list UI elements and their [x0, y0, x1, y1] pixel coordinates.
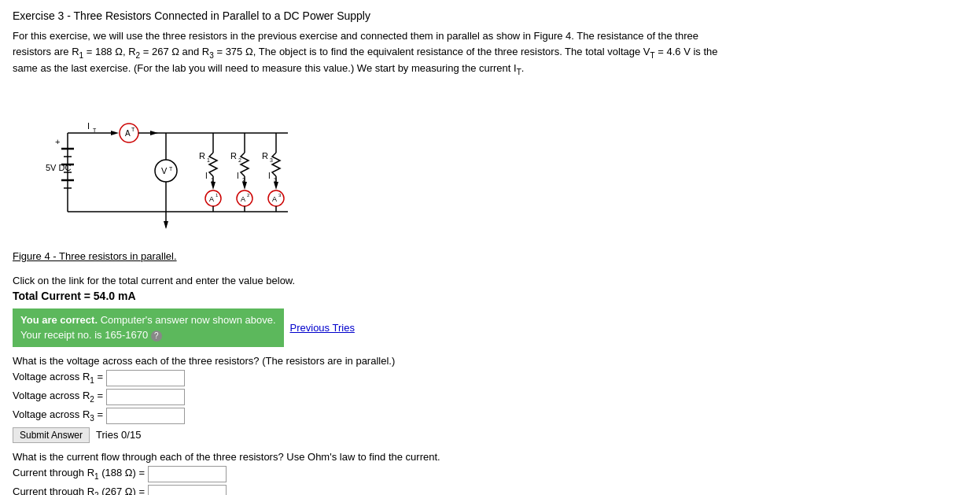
figure-caption: Figure 4 - Three resistors in parallel.: [13, 250, 967, 262]
svg-marker-10: [111, 131, 119, 135]
svg-text:5V DC: 5V DC: [46, 163, 71, 172]
correct-box: You are correct. Computer's answer now s…: [13, 308, 284, 347]
svg-text:I: I: [205, 172, 208, 180]
v-r3-input[interactable]: [106, 408, 185, 424]
svg-text:1: 1: [207, 157, 210, 163]
svg-text:V: V: [161, 166, 168, 175]
svg-text:I: I: [87, 121, 90, 131]
v-r1-label: Voltage across R1 =: [13, 371, 103, 385]
svg-text:T: T: [169, 166, 173, 172]
svg-text:3: 3: [278, 193, 282, 198]
v-r2-input[interactable]: [106, 389, 185, 405]
i-r1-label: Current through R1 (188 Ω) =: [13, 467, 145, 481]
v-r2-label: Voltage across R2 =: [13, 390, 103, 404]
intro-paragraph: For this exercise, we will use the three…: [13, 28, 720, 78]
svg-text:1: 1: [211, 177, 214, 183]
v-r1-input[interactable]: [106, 370, 185, 386]
svg-text:T: T: [131, 127, 135, 132]
svg-text:2: 2: [242, 177, 245, 183]
svg-text:2: 2: [238, 157, 241, 163]
svg-text:A: A: [125, 129, 131, 138]
svg-marker-52: [274, 182, 278, 190]
svg-marker-61: [164, 221, 168, 229]
circuit-diagram: + 5V DC A T I T V T: [44, 86, 967, 246]
i-r2-label: Current through R2 (267 Ω) =: [13, 486, 145, 495]
svg-text:3: 3: [274, 177, 277, 183]
svg-marker-17: [150, 131, 158, 135]
v-r3-label: Voltage across R3 =: [13, 408, 103, 423]
svg-text:2: 2: [247, 193, 250, 198]
page-title: Exercise 3 - Three Resistors Connected i…: [13, 9, 967, 22]
previous-tries-link[interactable]: Previous Tries: [290, 322, 355, 334]
svg-text:I: I: [268, 172, 271, 180]
i-r1-input[interactable]: [148, 466, 227, 482]
svg-text:R: R: [262, 151, 268, 161]
svg-marker-41: [242, 182, 247, 190]
svg-text:R: R: [230, 151, 237, 161]
instruction-text: Click on the link for the total current …: [13, 275, 967, 286]
submit-answer-1-button[interactable]: Submit Answer: [13, 427, 90, 443]
q1-label: What is the voltage across each of the t…: [13, 355, 967, 367]
svg-text:R: R: [199, 151, 205, 161]
total-current-display: Total Current = 54.0 mA: [13, 290, 967, 302]
receipt-help-icon[interactable]: ?: [151, 331, 162, 342]
q2-label: What is the current flow through each of…: [13, 451, 967, 463]
svg-marker-30: [211, 182, 216, 190]
svg-text:A: A: [209, 195, 214, 203]
svg-text:1: 1: [216, 193, 219, 198]
svg-text:T: T: [93, 127, 97, 133]
tries-1-label: Tries 0/15: [96, 429, 141, 441]
svg-text:A: A: [241, 195, 245, 203]
i-r2-input[interactable]: [148, 485, 227, 495]
svg-text:A: A: [272, 195, 277, 203]
svg-text:+: +: [55, 137, 60, 146]
svg-text:3: 3: [270, 157, 273, 163]
svg-text:I: I: [237, 172, 239, 180]
